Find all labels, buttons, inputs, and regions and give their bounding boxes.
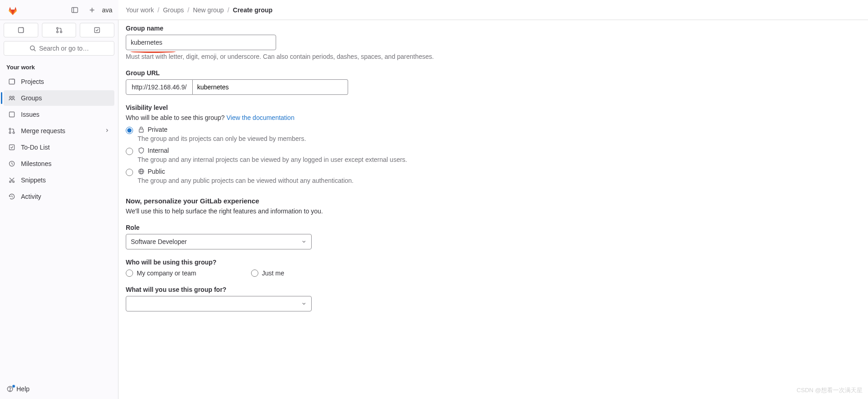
visibility-option-desc: The group and any public projects can be…: [138, 177, 861, 184]
role-label: Role: [126, 224, 861, 231]
svg-point-23: [13, 181, 15, 183]
group-icon: [8, 94, 15, 102]
svg-rect-26: [139, 129, 144, 132]
svg-point-18: [9, 132, 11, 134]
visibility-question: Who will be able to see this group?: [126, 114, 226, 121]
personalize-sub: We'll use this to help surface the right…: [126, 207, 861, 215]
svg-rect-16: [10, 112, 15, 117]
svg-point-8: [60, 31, 62, 33]
group-name-help: Must start with letter, digit, emoji, or…: [126, 53, 861, 60]
sidebar: Search or go to… Your work Projects Grou…: [0, 20, 118, 399]
todos-shortcut-button[interactable]: [80, 23, 114, 37]
help-label: Help: [16, 385, 30, 393]
visibility-public-radio[interactable]: [126, 169, 133, 176]
group-url-prefix: http://192.168.46.9/: [126, 79, 193, 95]
chevron-down-icon: [301, 301, 307, 306]
visibility-option-label: Public: [148, 168, 165, 175]
svg-point-6: [56, 27, 58, 29]
sidebar-item-label: Issues: [21, 111, 39, 118]
svg-point-7: [56, 31, 58, 33]
sidebar-item-label: Activity: [21, 193, 41, 200]
visibility-label: Visibility level: [126, 104, 861, 111]
svg-point-19: [13, 132, 15, 134]
breadcrumb-groups[interactable]: Groups: [163, 6, 184, 14]
breadcrumb-current: Create group: [233, 6, 272, 14]
sidebar-item-label: Projects: [21, 78, 44, 85]
who-just-me-radio[interactable]: [251, 269, 258, 277]
sidebar-item-activity[interactable]: Activity: [4, 189, 114, 204]
visibility-option-desc: The group and its projects can only be v…: [138, 135, 861, 142]
create-new-icon[interactable]: [85, 3, 99, 17]
role-value: Software Developer: [131, 238, 187, 245]
svg-rect-4: [18, 28, 23, 33]
lock-icon: [138, 126, 145, 133]
history-icon: [8, 193, 15, 200]
what-for-select[interactable]: [126, 296, 312, 311]
svg-rect-0: [72, 7, 78, 12]
svg-point-15: [12, 96, 14, 98]
sidebar-item-merge-requests[interactable]: Merge requests: [4, 123, 114, 139]
sidebar-item-label: To-Do List: [21, 144, 50, 151]
annotation-underline: [130, 50, 176, 53]
sidebar-item-issues[interactable]: Issues: [4, 107, 114, 122]
personalize-heading: Now, personalize your GitLab experience: [126, 197, 861, 205]
visibility-option-desc: The group and any internal projects can …: [138, 156, 861, 163]
group-url-label: Group URL: [126, 69, 861, 77]
clock-icon: [8, 160, 15, 167]
issues-icon: [8, 111, 15, 118]
sidebar-item-label: Groups: [21, 94, 42, 102]
avatar[interactable]: ava: [102, 6, 115, 14]
merge-icon: [8, 127, 15, 135]
project-icon: [8, 78, 15, 85]
sidebar-item-projects[interactable]: Projects: [4, 74, 114, 89]
gitlab-logo[interactable]: [7, 4, 19, 16]
visibility-option-label: Private: [148, 126, 168, 133]
sidebar-section-label: Your work: [3, 60, 115, 73]
globe-icon: [138, 168, 145, 175]
role-select[interactable]: Software Developer: [126, 234, 312, 249]
svg-point-25: [10, 390, 10, 391]
visibility-private-radio[interactable]: [126, 127, 133, 134]
help-button[interactable]: Help: [6, 385, 112, 393]
breadcrumb-your-work[interactable]: Your work: [126, 6, 154, 14]
svg-point-14: [10, 96, 11, 98]
scissors-icon: [8, 176, 15, 184]
shield-icon: [138, 147, 145, 154]
group-name-label: Group name: [126, 25, 861, 32]
breadcrumb-new-group[interactable]: New group: [193, 6, 224, 14]
sidebar-item-label: Snippets: [21, 176, 46, 184]
chevron-down-icon: [301, 239, 307, 244]
svg-line-11: [34, 50, 36, 52]
sidebar-item-groups[interactable]: Groups: [4, 90, 114, 106]
what-for-label: What will you use this group for?: [126, 286, 861, 293]
issues-shortcut-button[interactable]: [4, 23, 38, 37]
merge-requests-shortcut-button[interactable]: [42, 23, 77, 37]
group-url-input[interactable]: [193, 79, 348, 95]
sidebar-item-todo-list[interactable]: To-Do List: [4, 140, 114, 155]
svg-rect-5: [18, 28, 23, 33]
todo-icon: [8, 144, 15, 151]
svg-point-10: [30, 46, 34, 50]
main-content: Group name Must start with letter, digit…: [118, 20, 868, 399]
search-input[interactable]: Search or go to…: [4, 41, 114, 56]
who-using-label: Who will be using this group?: [126, 259, 861, 266]
notification-dot: [12, 384, 15, 388]
sidebar-item-label: Milestones: [21, 160, 51, 167]
visibility-doc-link[interactable]: View the documentation: [226, 114, 294, 121]
chevron-right-icon: [104, 127, 110, 135]
sidebar-toggle-icon[interactable]: [67, 3, 82, 17]
svg-rect-13: [9, 79, 15, 84]
svg-rect-12: [9, 79, 15, 84]
group-name-input[interactable]: [126, 35, 276, 50]
sidebar-item-milestones[interactable]: Milestones: [4, 156, 114, 171]
sidebar-item-snippets[interactable]: Snippets: [4, 172, 114, 188]
search-icon: [29, 45, 36, 52]
breadcrumb: Your work / Groups / New group / Create …: [118, 6, 272, 14]
svg-rect-9: [95, 28, 100, 33]
who-option-label: Just me: [262, 269, 284, 277]
visibility-internal-radio[interactable]: [126, 148, 133, 155]
sidebar-item-label: Merge requests: [21, 127, 65, 135]
svg-point-22: [10, 181, 11, 183]
who-option-label: My company or team: [137, 269, 196, 277]
who-company-radio[interactable]: [126, 269, 133, 277]
